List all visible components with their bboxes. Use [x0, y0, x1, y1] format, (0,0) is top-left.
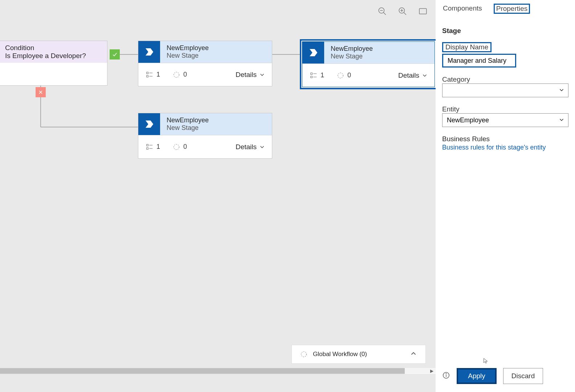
- stage-name: New Stage: [167, 52, 272, 60]
- display-name-input[interactable]: [442, 54, 516, 68]
- category-label: Category: [442, 75, 470, 83]
- svg-rect-20: [311, 76, 313, 78]
- svg-rect-25: [147, 147, 148, 149]
- chevron-up-icon: [409, 350, 417, 359]
- workflow-icon: [300, 350, 308, 358]
- svg-point-32: [446, 373, 446, 374]
- entity-select[interactable]: NewEmployee: [442, 113, 568, 127]
- panel-section-title: Stage: [442, 27, 568, 35]
- display-name-label: Display Name: [445, 43, 488, 51]
- svg-line-4: [404, 12, 406, 15]
- apply-button[interactable]: Apply: [457, 368, 497, 384]
- stage-details-toggle[interactable]: Details: [236, 71, 265, 79]
- zoom-out-icon[interactable]: [378, 7, 387, 17]
- category-select[interactable]: [442, 83, 568, 97]
- stage-card-selected[interactable]: NewEmployee New Stage 1 0 Details: [300, 39, 437, 89]
- stage-entity: NewEmployee: [167, 44, 272, 52]
- stage-details-toggle[interactable]: Details: [236, 143, 265, 151]
- stage-name: New Stage: [331, 53, 435, 60]
- svg-rect-7: [419, 8, 427, 14]
- branch-no-icon: [36, 87, 46, 97]
- stage-name: New Stage: [167, 124, 272, 132]
- svg-point-23: [338, 73, 343, 78]
- svg-point-18: [174, 72, 179, 77]
- global-workflow-bar[interactable]: Global Workflow (0): [291, 345, 426, 364]
- cursor-icon: [483, 357, 489, 366]
- horizontal-scrollbar[interactable]: ▶: [0, 367, 436, 375]
- fit-screen-icon[interactable]: [418, 7, 428, 17]
- tab-components[interactable]: Components: [442, 4, 483, 13]
- svg-rect-15: [147, 75, 148, 77]
- business-rules-link[interactable]: Business rules for this stage's entity: [442, 144, 568, 151]
- stage-step-count: 1: [146, 143, 160, 151]
- stage-icon: [138, 41, 160, 63]
- condition-type-label: Condition: [5, 44, 102, 52]
- stage-card[interactable]: NewEmployee New Stage 1 0 Details: [138, 41, 272, 86]
- tab-properties[interactable]: Properties: [494, 4, 530, 14]
- properties-panel: Components Properties Stage Display Name…: [436, 0, 575, 392]
- stage-workflow-count: 0: [337, 72, 351, 79]
- stage-workflow-count: 0: [172, 71, 187, 79]
- svg-rect-14: [147, 72, 148, 74]
- designer-canvas[interactable]: Condition Is Employee a Developer? NewEm…: [0, 0, 436, 392]
- svg-rect-19: [311, 73, 313, 74]
- stage-icon: [138, 113, 160, 135]
- zoom-in-icon[interactable]: [398, 7, 407, 17]
- condition-question: Is Employee a Developer?: [5, 52, 102, 60]
- stage-step-count: 1: [146, 71, 160, 79]
- canvas-tools: [378, 7, 428, 17]
- condition-node[interactable]: Condition Is Employee a Developer?: [0, 41, 107, 86]
- entity-label: Entity: [442, 105, 460, 113]
- info-icon[interactable]: [442, 371, 450, 381]
- discard-button[interactable]: Discard: [503, 368, 543, 384]
- stage-card[interactable]: NewEmployee New Stage 1 0 Details: [138, 113, 272, 159]
- stage-workflow-count: 0: [172, 143, 187, 151]
- svg-line-1: [383, 12, 386, 15]
- branch-yes-icon: [110, 49, 120, 60]
- stage-details-toggle[interactable]: Details: [398, 72, 428, 79]
- business-rules-label: Business Rules: [442, 135, 568, 143]
- svg-rect-24: [147, 144, 148, 146]
- stage-entity: NewEmployee: [331, 45, 435, 53]
- stage-step-count: 1: [310, 72, 324, 79]
- stage-entity: NewEmployee: [167, 117, 272, 124]
- svg-point-29: [301, 352, 307, 357]
- stage-icon: [302, 42, 324, 64]
- svg-point-28: [174, 144, 179, 150]
- global-workflow-label: Global Workflow (0): [313, 351, 367, 358]
